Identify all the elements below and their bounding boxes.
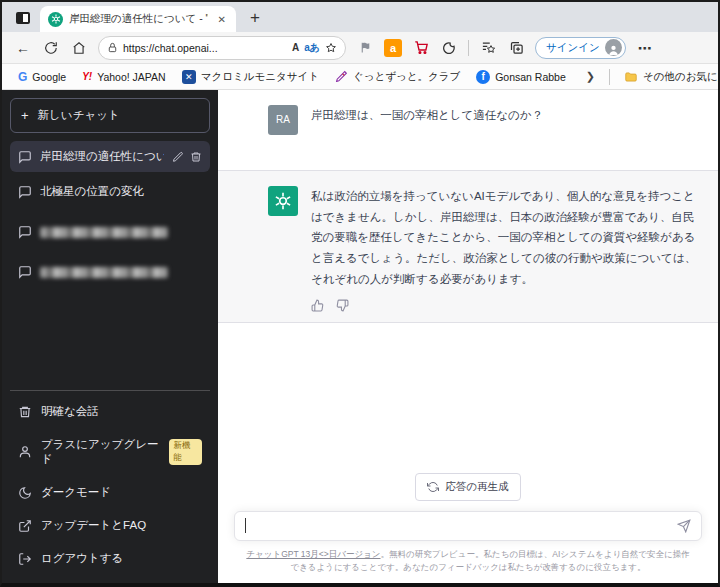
chat-panel: RA 岸田総理は、一国の宰相として適任なのか？ 私は政治的立場を持っていないAI…: [218, 90, 718, 583]
url-text[interactable]: https://chat.openai...: [123, 42, 287, 54]
sidebar-spacer: [10, 291, 210, 386]
favorites-bar-icon[interactable]: [475, 35, 501, 61]
favorite-yahoo-japan[interactable]: Y! Yahoo! JAPAN: [76, 69, 171, 85]
extension-flag-icon[interactable]: [352, 35, 378, 61]
sidebar-chat-kishida[interactable]: 岸田総理の適任性について - "岸田総: [10, 141, 210, 172]
user-avatar: RA: [268, 105, 298, 135]
clear-conversations-item[interactable]: 明確な会話: [10, 395, 210, 428]
favbar-divider: [609, 69, 610, 85]
folder-icon: [624, 70, 638, 84]
message-input[interactable]: [234, 511, 702, 541]
add-favorite-star-icon[interactable]: [325, 42, 337, 54]
thumbs-down-icon[interactable]: [336, 299, 349, 312]
chat-bubble-icon: [18, 265, 32, 279]
toolbar-divider: [468, 40, 469, 56]
delete-trash-icon[interactable]: [190, 151, 202, 163]
favorite-gonsan-rabbe[interactable]: f Gonsan Rabbe: [470, 68, 572, 86]
translate-icon[interactable]: aあ: [304, 41, 320, 55]
cart-extension-icon[interactable]: [408, 35, 434, 61]
thumbs-up-icon[interactable]: [311, 299, 324, 312]
browser-window: 岸田総理の適任性について - "岸田 ✕ + ← https://chat.op…: [0, 0, 720, 587]
pen-icon: [335, 70, 348, 83]
refresh-icon[interactable]: [38, 35, 64, 61]
yahoo-icon: Y!: [82, 71, 92, 82]
browser-tab[interactable]: 岸田総理の適任性について - "岸田 ✕: [40, 6, 236, 32]
collections-icon[interactable]: [503, 35, 529, 61]
logout-icon: [18, 552, 32, 566]
lock-icon: [107, 42, 118, 53]
logout-item[interactable]: ログアウトする: [10, 542, 210, 575]
sidebar-chat-redacted[interactable]: [10, 217, 210, 247]
tab-actions-button[interactable]: [10, 6, 36, 30]
favorites-bar: G Google Y! Yahoo! JAPAN ✕ マクロミルモニタサイト ぐ…: [2, 64, 718, 90]
more-menu-icon[interactable]: ⋯: [632, 35, 658, 61]
plus-icon: +: [21, 108, 29, 123]
home-icon[interactable]: [66, 35, 92, 61]
upgrade-to-plus-item[interactable]: プラスにアップグレード 新機能: [10, 428, 210, 476]
tab-close-icon[interactable]: ✕: [214, 13, 230, 26]
assistant-message-row: 私は政治的立場を持っていないAIモデルであり、個人的な意見を持つことはできません…: [218, 170, 718, 323]
chatgpt-favicon: [48, 12, 63, 27]
page-content: + 新しいチャット 岸田総理の適任性について - "岸田総: [2, 90, 718, 583]
favorites-overflow-chevron[interactable]: ❯: [580, 68, 601, 85]
user-icon: [18, 445, 32, 459]
feedback-buttons: [311, 299, 698, 312]
version-link[interactable]: チャットGPT 13月<>日バージョン: [246, 549, 380, 559]
tab-strip: 岸田総理の適任性について - "岸田 ✕ +: [2, 2, 718, 32]
new-tab-button[interactable]: +: [242, 6, 268, 30]
tab-actions-icon: [16, 12, 30, 24]
favorite-gutto-zutto-club[interactable]: ぐっとずっと。クラブ: [329, 68, 466, 86]
address-bar[interactable]: https://chat.openai... A aあ: [98, 36, 346, 60]
updates-faq-item[interactable]: アップデートとFAQ: [10, 509, 210, 542]
user-message-text: 岸田総理は、一国の宰相として適任なのか？: [311, 105, 698, 155]
regenerate-response-button[interactable]: 応答の再生成: [415, 473, 520, 501]
tab-title: 岸田総理の適任性について - "岸田: [69, 12, 208, 26]
chat-footer: チャットGPT 13月<>日バージョン。無料の研究プレビュー。私たちの目標は、A…: [218, 541, 718, 583]
read-aloud-icon[interactable]: A: [292, 42, 299, 53]
moon-icon: [18, 486, 32, 500]
new-chat-button[interactable]: + 新しいチャット: [10, 98, 210, 133]
new-feature-badge: 新機能: [169, 439, 202, 465]
favorite-macromill[interactable]: ✕ マクロミルモニタサイト: [176, 68, 325, 86]
cookie-extension-icon[interactable]: [436, 35, 462, 61]
chatgpt-avatar-icon: [268, 186, 298, 216]
amazon-extension-icon[interactable]: a: [380, 35, 406, 61]
trash-icon: [18, 405, 32, 419]
text-cursor: [245, 518, 246, 533]
profile-avatar-icon: [605, 39, 622, 56]
favorite-google[interactable]: G Google: [12, 68, 72, 86]
chat-bubble-icon: [18, 185, 32, 199]
sidebar-divider: [10, 390, 210, 391]
chat-empty-space: [218, 323, 718, 472]
external-link-icon: [18, 519, 32, 533]
sidebar-chat-polaris[interactable]: 北極星の位置の変化: [10, 176, 210, 207]
browser-toolbar: ← https://chat.openai... A aあ a: [2, 32, 718, 64]
other-favorites-button[interactable]: その他のお気に入り: [618, 68, 720, 86]
sidebar-chat-redacted[interactable]: [10, 257, 210, 287]
edit-pencil-icon[interactable]: [172, 151, 184, 163]
chatgpt-sidebar: + 新しいチャット 岸田総理の適任性について - "岸田総: [2, 90, 218, 583]
chat-bubble-icon: [18, 225, 32, 239]
redacted-chat-title: [40, 227, 168, 238]
user-message-row: RA 岸田総理は、一国の宰相として適任なのか？: [218, 90, 718, 170]
signin-button[interactable]: サインイン: [535, 37, 626, 59]
facebook-icon: f: [476, 70, 490, 84]
macromill-icon: ✕: [182, 70, 196, 84]
dark-mode-item[interactable]: ダークモード: [10, 476, 210, 509]
send-icon[interactable]: [677, 519, 691, 533]
signin-label: サインイン: [546, 41, 600, 55]
regenerate-wrap: 応答の再生成: [218, 473, 718, 501]
back-icon[interactable]: ←: [10, 35, 36, 61]
redacted-chat-title: [40, 267, 168, 278]
assistant-message-text: 私は政治的立場を持っていないAIモデルであり、個人的な意見を持つことはできません…: [311, 186, 698, 289]
chat-bubble-icon: [18, 150, 32, 164]
google-icon: G: [18, 70, 27, 84]
